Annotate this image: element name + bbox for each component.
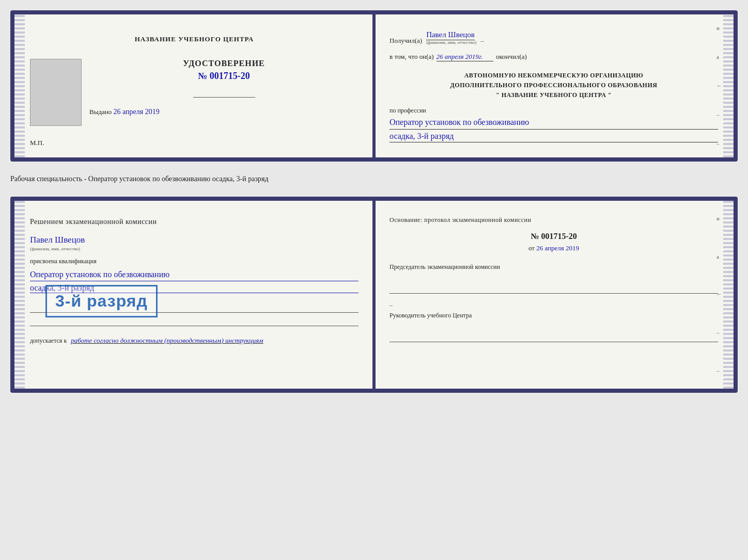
stamp-text: 3-й разряд xyxy=(55,292,148,310)
dash-right-1: – xyxy=(389,301,718,309)
cert-title: УДОСТОВЕРЕНИЕ xyxy=(89,59,359,68)
org-line2: ДОПОЛНИТЕЛЬНОГО ПРОФЕССИОНАЛЬНОГО ОБРАЗО… xyxy=(389,81,718,90)
bottom-mark-1: и xyxy=(716,216,722,221)
mark-5: – xyxy=(716,141,722,147)
top-left-cert-block: УДОСТОВЕРЕНИЕ № 001715-20 Выдано 26 апре… xyxy=(89,59,359,119)
top-document: НАЗВАНИЕ УЧЕБНОГО ЦЕНТРА УДОСТОВЕРЕНИЕ №… xyxy=(10,10,738,162)
rank-value: осадка, 3-й разряд xyxy=(389,132,718,142)
bottom-mark-2: а xyxy=(716,254,722,260)
middle-text: Рабочая специальность - Оператор установ… xyxy=(10,171,738,187)
bottom-document: Решением экзаменационной комиссии Павел … xyxy=(10,197,738,393)
right-side-marks: и а ← – – xyxy=(716,14,722,157)
director-label: Руководитель учебного Центра xyxy=(389,311,718,320)
допускается-label: допускается к xyxy=(30,337,67,344)
bottom-date-prefix: от xyxy=(528,244,535,252)
top-doc-left: НАЗВАНИЕ УЧЕБНОГО ЦЕНТРА УДОСТОВЕРЕНИЕ №… xyxy=(14,14,374,157)
bottom-doc-right: Основание: протокол экзаменационной коми… xyxy=(374,201,734,389)
chairman-label: Председатель экзаменационной комиссии xyxy=(389,263,718,271)
top-left-center-title: НАЗВАНИЕ УЧЕБНОГО ЦЕНТРА xyxy=(30,35,359,43)
bottom-date-row: от 26 апреля 2019 xyxy=(389,244,718,252)
top-doc-right: Получил(а) Павел Швецов (фамилия, имя, о… xyxy=(374,14,734,157)
stamp: 3-й разряд xyxy=(45,285,158,317)
top-left-inner: УДОСТОВЕРЕНИЕ № 001715-20 Выдано 26 апре… xyxy=(30,59,359,134)
допускается-row: допускается к работе согласно должностны… xyxy=(30,337,359,345)
person-name: Павел Швецов xyxy=(426,30,475,40)
bottom-date-value: 26 апреля 2019 xyxy=(536,244,579,252)
commission-title: Решением экзаменационной комиссии xyxy=(30,216,359,227)
bottom-mark-4: – xyxy=(716,330,722,335)
bottom-mark-5: – xyxy=(716,368,722,374)
issued-date: 26 апреля 2019 xyxy=(114,108,160,116)
director-sig-line xyxy=(389,333,718,342)
bottom-cert-number: № 001715-20 xyxy=(389,232,718,241)
person-name-block: Павел Швецов (фамилия, имя, отчество) xyxy=(426,30,476,45)
mark-1: и xyxy=(716,25,722,31)
received-row: Получил(а) Павел Швецов (фамилия, имя, о… xyxy=(389,30,718,45)
mp-label: М.П. xyxy=(30,139,359,147)
bottom-profession: Оператор установок по обезвоживанию xyxy=(30,268,359,281)
received-label: Получил(а) xyxy=(389,37,422,45)
qualified-label: присвоена квалификация xyxy=(30,258,359,265)
issued-line: Выдано 26 апреля 2019 xyxy=(89,108,359,116)
bottom-fio-sub: (фамилия, имя, отчество) xyxy=(30,246,359,251)
profession-value: Оператор установок по обезвоживанию xyxy=(389,117,718,130)
osnov-label: Основание: протокол экзаменационной коми… xyxy=(389,216,718,224)
date-value: 26 апреля 2019г. xyxy=(437,53,493,61)
mark-2: а xyxy=(716,54,722,60)
chairman-sig-line xyxy=(389,284,718,294)
date-line-row: в том, что он(а) 26 апреля 2019г. окончи… xyxy=(389,53,718,61)
допускается-value: работе согласно должностным (производств… xyxy=(71,337,263,344)
org-line3: " НАЗВАНИЕ УЧЕБНОГО ЦЕНТРА " xyxy=(389,90,718,100)
bottom-person-name: Павел Швецов xyxy=(30,235,359,245)
date-prefix: в том, что он(а) xyxy=(389,53,434,61)
photo-placeholder xyxy=(30,59,82,126)
page-wrapper: НАЗВАНИЕ УЧЕБНОГО ЦЕНТРА УДОСТОВЕРЕНИЕ №… xyxy=(10,10,738,393)
blank-line-2 xyxy=(30,317,359,326)
mark-3: ← xyxy=(716,83,722,89)
finished-label: окончил(а) xyxy=(496,53,527,61)
mark-4: – xyxy=(716,112,722,118)
bottom-mark-3: ← xyxy=(716,292,722,297)
cert-number: № 001715-20 xyxy=(89,71,359,82)
profession-label: по профессии xyxy=(389,107,718,115)
bottom-doc-left: Решением экзаменационной комиссии Павел … xyxy=(14,201,374,389)
dash: – xyxy=(480,37,484,45)
fio-sub: (фамилия, имя, отчество) xyxy=(426,40,476,45)
org-block: АВТОНОМНУЮ НЕКОММЕРЧЕСКУЮ ОРГАНИЗАЦИЮ ДО… xyxy=(389,71,718,101)
bottom-right-side-marks: и а ← – – xyxy=(716,201,722,389)
org-line1: АВТОНОМНУЮ НЕКОММЕРЧЕСКУЮ ОРГАНИЗАЦИЮ xyxy=(389,71,718,81)
